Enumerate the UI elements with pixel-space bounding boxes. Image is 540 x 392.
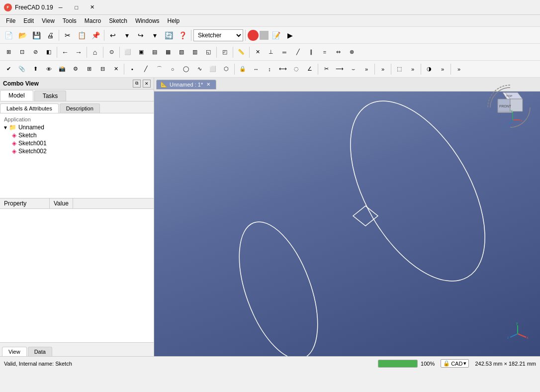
- new-button[interactable]: 📄: [2, 29, 15, 42]
- subtab-labels[interactable]: Labels & Attributes: [0, 103, 59, 113]
- cad-indicator[interactable]: 🔒 CAD ▾: [441, 359, 469, 368]
- constr1[interactable]: ✕: [251, 46, 264, 59]
- tree-item-sketch002[interactable]: ◈ Sketch002: [2, 147, 152, 155]
- draw-style-button[interactable]: ⊘: [29, 46, 42, 59]
- combo-float[interactable]: ⧉: [133, 80, 141, 88]
- bottom-tab-view[interactable]: View: [2, 347, 27, 356]
- doc-tab-close[interactable]: ✕: [205, 81, 212, 88]
- view-right[interactable]: ▦: [162, 46, 175, 59]
- workbench-selector[interactable]: Sketcher: [193, 29, 243, 41]
- render-mode[interactable]: ◑: [423, 63, 436, 76]
- dim-lock[interactable]: 🔒: [236, 63, 249, 76]
- copy-button[interactable]: 📋: [75, 29, 88, 42]
- macro-edit-button[interactable]: 📝: [270, 29, 282, 42]
- more-button[interactable]: »: [360, 63, 373, 76]
- macro-record-button[interactable]: [248, 30, 259, 41]
- doc-tab-unnamed[interactable]: 📐 Unnamed : 1* ✕: [156, 80, 216, 90]
- close-button[interactable]: ✕: [85, 2, 100, 12]
- constr4[interactable]: ╱: [291, 46, 304, 59]
- sketch-merge[interactable]: ⊞: [83, 63, 95, 76]
- sketch-attach[interactable]: 📎: [15, 63, 28, 76]
- sketch-close2[interactable]: ✕: [109, 63, 122, 76]
- constr2[interactable]: ⊥: [265, 46, 277, 59]
- constr8[interactable]: ⊗: [345, 46, 358, 59]
- menu-windows[interactable]: Windows: [131, 16, 164, 25]
- dim-len[interactable]: ⟷: [276, 63, 289, 76]
- tree-item-sketch[interactable]: ◈ Sketch: [2, 131, 152, 139]
- geom-ellipse[interactable]: ◯: [180, 63, 192, 76]
- undo-button[interactable]: ↩: [106, 29, 119, 42]
- sketch-view[interactable]: 👁: [42, 63, 55, 76]
- tree-item-unnamed[interactable]: ▼ 📁 Unnamed: [2, 123, 152, 131]
- virtual-space[interactable]: ⬚: [393, 63, 406, 76]
- redo-dropdown[interactable]: ▾: [148, 29, 161, 42]
- dim-angle[interactable]: ∠: [303, 63, 316, 76]
- fillet-button[interactable]: ⌣: [347, 63, 360, 76]
- geom-point[interactable]: •: [126, 63, 139, 76]
- view-top[interactable]: ▤: [148, 46, 161, 59]
- render-more[interactable]: »: [436, 63, 449, 76]
- menu-tools[interactable]: Tools: [59, 16, 81, 25]
- sketch-cam[interactable]: 📸: [56, 63, 69, 76]
- measure-button[interactable]: 📏: [235, 46, 248, 59]
- menu-edit[interactable]: Edit: [19, 16, 38, 25]
- subtab-description[interactable]: Description: [60, 103, 100, 113]
- paste-button[interactable]: 📌: [89, 29, 102, 42]
- view-iso[interactable]: ◰: [218, 46, 231, 59]
- cut-button[interactable]: ✂: [61, 29, 74, 42]
- sketch-mirror[interactable]: ⊟: [96, 63, 109, 76]
- extend-button[interactable]: ⟶: [333, 63, 346, 76]
- geom-polygon[interactable]: ⬡: [220, 63, 233, 76]
- final-more[interactable]: »: [452, 63, 465, 76]
- geom-spline[interactable]: ∿: [193, 63, 206, 76]
- redo-button[interactable]: ↪: [134, 29, 147, 42]
- fit-sel-button[interactable]: ⊡: [15, 46, 28, 59]
- back-button[interactable]: ←: [59, 46, 72, 59]
- sketch-close[interactable]: ✔: [2, 63, 15, 76]
- fit-all-button[interactable]: ⊞: [2, 46, 15, 59]
- forward-button[interactable]: →: [72, 46, 85, 59]
- tree-item-sketch001[interactable]: ◈ Sketch001: [2, 139, 152, 147]
- trim-button[interactable]: ✂: [320, 63, 333, 76]
- view-left[interactable]: ▧: [175, 46, 188, 59]
- geom-rect[interactable]: ⬜: [206, 63, 219, 76]
- sketch-more[interactable]: »: [376, 63, 389, 76]
- refresh-button[interactable]: 🔄: [162, 29, 175, 42]
- constr6[interactable]: =: [318, 46, 331, 59]
- geom-arc[interactable]: ⌒: [153, 63, 166, 76]
- tab-model[interactable]: Model: [0, 90, 33, 101]
- menu-help[interactable]: Help: [164, 16, 184, 25]
- sketch-leave[interactable]: ⬆: [29, 63, 42, 76]
- view-home[interactable]: ⬜: [121, 46, 134, 59]
- dim-vert[interactable]: ↕: [263, 63, 276, 76]
- view-front[interactable]: ▣: [135, 46, 148, 59]
- std-view-button[interactable]: ◧: [42, 46, 55, 59]
- menu-macro[interactable]: Macro: [81, 16, 105, 25]
- geom-circle[interactable]: ○: [166, 63, 179, 76]
- macro-run-button[interactable]: ▶: [283, 29, 296, 42]
- bottom-tab-data[interactable]: Data: [28, 347, 52, 356]
- dim-horiz[interactable]: ↔: [250, 63, 263, 76]
- constr5[interactable]: ∥: [305, 46, 318, 59]
- print-button[interactable]: 🖨: [44, 29, 57, 42]
- maximize-button[interactable]: □: [69, 2, 84, 12]
- minimize-button[interactable]: ─: [53, 2, 68, 12]
- view-cube[interactable]: FRONT TOP x y z: [485, 83, 535, 132]
- constr7[interactable]: ⇔: [332, 46, 345, 59]
- view-rear[interactable]: ◱: [202, 46, 215, 59]
- menu-sketch[interactable]: Sketch: [105, 16, 131, 25]
- whatsthis-button[interactable]: ❓: [176, 29, 189, 42]
- sketch-validate[interactable]: ⚙: [69, 63, 82, 76]
- view-bottom[interactable]: ▥: [188, 46, 201, 59]
- open-button[interactable]: 📂: [16, 29, 29, 42]
- macro-stop-button[interactable]: [260, 31, 269, 40]
- tab-tasks[interactable]: Tasks: [34, 91, 67, 101]
- save-button[interactable]: 💾: [30, 29, 43, 42]
- menu-file[interactable]: File: [2, 16, 19, 25]
- dim-rad[interactable]: ◌: [290, 63, 303, 76]
- home-view-button[interactable]: ⌂: [89, 46, 101, 59]
- sync-view-button[interactable]: ⊙: [105, 46, 118, 59]
- virtual-more[interactable]: »: [406, 63, 419, 76]
- menu-view[interactable]: View: [38, 16, 59, 25]
- undo-dropdown[interactable]: ▾: [120, 29, 133, 42]
